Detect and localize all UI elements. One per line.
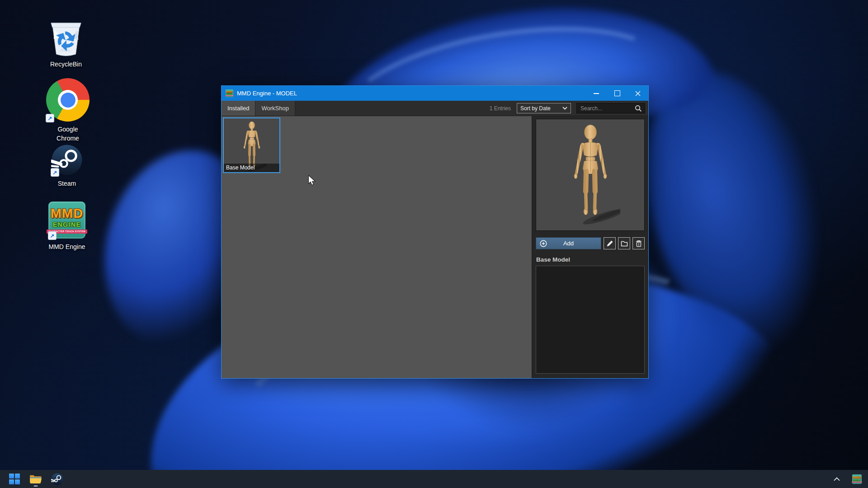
pencil-icon	[606, 239, 614, 248]
desktop-icon-label: Google Chrome	[57, 125, 79, 143]
desktop-icon-mmd-engine[interactable]: MMD ENGINE CHARACTER TOUCH SYSTEM ↗ MMD …	[39, 201, 95, 251]
show-hidden-icons-button[interactable]	[830, 471, 844, 487]
model-library-grid: Base Model	[222, 116, 532, 378]
running-indicator	[34, 485, 38, 487]
chevron-down-icon	[562, 107, 567, 110]
minimize-button[interactable]	[586, 86, 607, 101]
steam-icon	[51, 473, 63, 485]
tray-mmd-engine[interactable]: MMD ENGINE CHARACTER TOUCH SYSTEM	[850, 471, 863, 487]
mmd-engine-tray-icon: MMD ENGINE CHARACTER TOUCH SYSTEM	[852, 474, 862, 484]
add-button-label: Add	[563, 240, 574, 247]
window-content: Base Model	[222, 116, 648, 378]
search-input[interactable]	[580, 105, 635, 112]
model-description-box	[536, 266, 645, 374]
taskbar-file-explorer[interactable]	[29, 471, 42, 487]
close-button[interactable]	[627, 86, 648, 101]
entries-count: 1 Entries	[490, 105, 511, 112]
close-icon	[635, 91, 641, 96]
folder-icon	[620, 239, 628, 248]
tab-installed[interactable]: Installed	[222, 101, 255, 116]
detail-sidebar: Add	[532, 116, 648, 378]
open-folder-button[interactable]	[618, 237, 630, 249]
mannequin-preview-image	[561, 121, 620, 228]
shortcut-arrow-icon: ↗	[46, 114, 54, 122]
action-row: Add	[536, 237, 645, 249]
sort-by-value: Sort by Date	[520, 105, 551, 112]
desktop-icon-label: Steam	[58, 179, 76, 188]
sort-by-dropdown[interactable]: Sort by Date	[517, 103, 571, 113]
mmd-engine-window: MMD ENGINE CHARACTER TOUCH SYSTEM MMD En…	[221, 85, 649, 379]
mmd-engine-icon: MMD ENGINE CHARACTER TOUCH SYSTEM ↗	[48, 201, 85, 239]
taskbar: MMD ENGINE CHARACTER TOUCH SYSTEM	[0, 470, 868, 488]
add-button[interactable]: Add	[536, 237, 601, 249]
maximize-icon	[614, 90, 620, 96]
steam-icon: ↗	[51, 144, 83, 176]
model-card-label: Base Model	[224, 164, 279, 172]
tab-workshop[interactable]: WorkShop	[255, 101, 295, 116]
search-icon	[635, 105, 642, 112]
delete-button[interactable]	[632, 237, 645, 249]
desktop: RecycleBin ↗ Google Chrome ↗ Steam	[0, 0, 868, 488]
search-box	[576, 103, 645, 113]
app-icon: MMD ENGINE CHARACTER TOUCH SYSTEM	[226, 89, 233, 97]
shortcut-arrow-icon: ↗	[51, 168, 59, 177]
chrome-icon: ↗	[46, 78, 90, 122]
trash-icon	[635, 239, 643, 248]
desktop-icon-google-chrome[interactable]: ↗ Google Chrome	[40, 78, 96, 143]
desktop-icon-recycle-bin[interactable]: RecycleBin	[38, 19, 94, 69]
desktop-icon-label: MMD Engine	[49, 242, 85, 251]
chevron-up-icon	[834, 477, 840, 481]
start-button[interactable]	[8, 471, 21, 487]
minimize-icon	[594, 93, 599, 94]
desktop-icon-steam[interactable]: ↗ Steam	[39, 144, 95, 188]
shortcut-arrow-icon: ↗	[48, 231, 57, 240]
edit-button[interactable]	[604, 237, 616, 249]
window-title: MMD Engine - MODEL	[237, 90, 586, 97]
file-explorer-icon	[29, 474, 42, 484]
model-detail-title: Base Model	[536, 256, 645, 263]
desktop-icon-label: RecycleBin	[50, 60, 82, 69]
plus-circle-icon	[539, 239, 547, 248]
taskbar-steam[interactable]	[50, 471, 64, 487]
model-card-base-model[interactable]: Base Model	[223, 117, 280, 173]
windows-logo-icon	[9, 474, 20, 485]
recycle-bin-icon	[48, 19, 84, 57]
toolbar: Installed WorkShop 1 Entries Sort by Dat…	[222, 101, 648, 116]
maximize-button[interactable]	[607, 86, 627, 101]
titlebar[interactable]: MMD ENGINE CHARACTER TOUCH SYSTEM MMD En…	[222, 86, 648, 101]
model-preview-viewport[interactable]	[536, 119, 645, 231]
